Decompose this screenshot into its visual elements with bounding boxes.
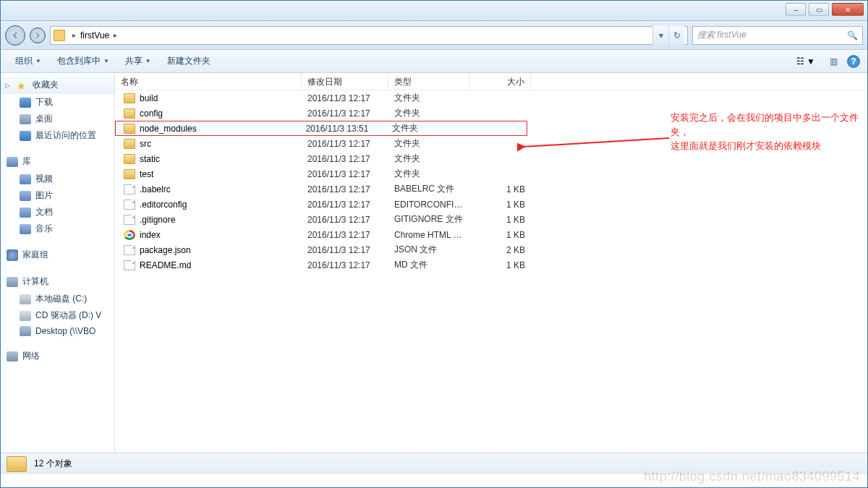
sidebar-item-desktop[interactable]: 桌面 <box>1 111 114 127</box>
file-date: 2016/11/3 12:17 <box>302 230 388 240</box>
sidebar-item-disk-c[interactable]: 本地磁盘 (C:) <box>1 291 114 307</box>
file-type: MD 文件 <box>388 259 469 271</box>
sidebar-item-network-drive[interactable]: Desktop (\\VBO <box>1 324 114 338</box>
file-date: 2016/11/3 12:17 <box>302 139 388 149</box>
file-size: 1 KB <box>469 230 531 240</box>
close-button[interactable]: ✕ <box>832 3 864 16</box>
sidebar-item-videos[interactable]: 视频 <box>1 171 114 187</box>
file-row[interactable]: README.md2016/11/3 12:17MD 文件1 KB <box>115 257 867 273</box>
sidebar-item-cd-drive[interactable]: CD 驱动器 (D:) V <box>1 307 114 324</box>
folder-icon <box>54 30 65 41</box>
folder-icon <box>7 456 27 472</box>
file-row[interactable]: config2016/11/3 12:17文件夹 <box>115 106 867 121</box>
file-row[interactable]: build2016/11/3 12:17文件夹 <box>115 90 867 106</box>
netdrive-icon <box>20 326 31 336</box>
status-count: 12 个对象 <box>34 458 72 470</box>
star-icon: ★ <box>17 80 28 90</box>
sidebar-favorites-header[interactable]: ▷★收藏夹 <box>1 76 114 94</box>
file-date: 2016/11/3 12:17 <box>302 108 388 119</box>
file-type: EDITORCONFIG ... <box>388 200 469 210</box>
address-dropdown-button[interactable]: ▾ <box>652 26 668 45</box>
help-button[interactable]: ? <box>847 55 860 68</box>
sidebar-homegroup-header[interactable]: 家庭组 <box>1 246 114 264</box>
network-icon <box>7 351 18 361</box>
library-icon <box>7 157 18 167</box>
refresh-button[interactable]: ↻ <box>668 26 684 45</box>
homegroup-icon <box>7 249 18 261</box>
arrow-right-icon <box>34 32 41 39</box>
sidebar-library-header[interactable]: 库 <box>1 153 114 171</box>
organize-button[interactable]: 组织 ▼ <box>8 52 48 70</box>
file-type: 文件夹 <box>388 153 469 165</box>
sidebar-computer-header[interactable]: 计算机 <box>1 273 114 291</box>
main-split: ▷★收藏夹 下载 桌面 最近访问的位置 库 视频 图片 文档 音乐 家庭组 计算… <box>1 73 867 453</box>
file-size: 1 KB <box>469 200 531 210</box>
col-name[interactable]: 名称 <box>115 73 302 90</box>
file-row[interactable]: .editorconfig2016/11/3 12:17EDITORCONFIG… <box>115 197 867 212</box>
breadcrumb-folder[interactable]: firstVue <box>80 30 109 40</box>
watermark: http://blog.csdn.net/mao834099514 <box>644 469 860 484</box>
file-type: 文件夹 <box>388 168 469 180</box>
computer-icon <box>7 277 18 287</box>
file-date: 2016/11/3 12:17 <box>302 184 388 194</box>
search-icon: 🔍 <box>847 30 858 40</box>
titlebar: – ▭ ✕ <box>1 1 867 21</box>
cd-icon <box>20 311 31 321</box>
col-size[interactable]: 大小 <box>469 73 531 90</box>
breadcrumb[interactable]: ▸ firstVue ▸ ▾ ↻ <box>50 26 688 45</box>
file-name: test <box>140 169 153 179</box>
file-row[interactable]: src2016/11/3 12:17文件夹 <box>115 136 867 151</box>
maximize-button[interactable]: ▭ <box>809 3 829 16</box>
share-button[interactable]: 共享 ▼ <box>118 52 158 70</box>
sidebar-item-downloads[interactable]: 下载 <box>1 94 114 111</box>
recent-icon <box>20 131 31 141</box>
file-row[interactable]: static2016/11/3 12:17文件夹 <box>115 151 867 166</box>
file-row[interactable]: .babelrc2016/11/3 12:17BABELRC 文件1 KB <box>115 181 867 197</box>
file-date: 2016/11/3 12:17 <box>302 93 388 103</box>
chrome-icon <box>124 230 135 240</box>
view-options-button[interactable]: ☷▼ <box>792 53 820 69</box>
pictures-icon <box>20 191 31 201</box>
file-size: 2 KB <box>469 245 531 255</box>
view-icon: ☷ <box>796 56 804 67</box>
file-icon <box>124 184 135 194</box>
file-icon <box>124 260 135 270</box>
file-row[interactable]: node_modules2016/11/3 13:51文件夹 <box>115 121 527 136</box>
sidebar-network-header[interactable]: 网络 <box>1 347 114 365</box>
file-icon <box>124 215 135 225</box>
minimize-button[interactable]: – <box>786 3 806 16</box>
include-library-button[interactable]: 包含到库中 ▼ <box>50 52 116 70</box>
breadcrumb-sep-icon: ▸ <box>72 31 76 39</box>
sidebar-item-recent[interactable]: 最近访问的位置 <box>1 127 114 144</box>
sidebar-item-pictures[interactable]: 图片 <box>1 187 114 204</box>
file-row[interactable]: test2016/11/3 12:17文件夹 <box>115 166 867 181</box>
file-type: 文件夹 <box>388 92 469 104</box>
panel-icon: ▥ <box>830 56 838 67</box>
file-date: 2016/11/3 12:17 <box>302 169 388 179</box>
file-row[interactable]: .gitignore2016/11/3 12:17GITIGNORE 文件1 K… <box>115 212 867 227</box>
folder-icon <box>124 124 135 134</box>
arrow-left-icon <box>11 31 20 40</box>
file-name: static <box>140 154 160 164</box>
folder-icon <box>124 169 135 179</box>
file-icon <box>124 200 135 210</box>
sidebar-item-music[interactable]: 音乐 <box>1 221 114 237</box>
file-name: README.md <box>140 260 191 270</box>
back-button[interactable] <box>5 25 25 46</box>
col-date[interactable]: 修改日期 <box>302 73 388 90</box>
preview-pane-button[interactable]: ▥ <box>825 53 841 69</box>
folder-icon <box>124 139 135 149</box>
folder-icon <box>124 154 135 164</box>
search-placeholder: 搜索 firstVue <box>697 29 746 41</box>
forward-button[interactable] <box>30 27 46 43</box>
file-list-pane: 名称 修改日期 类型 大小 build2016/11/3 12:17文件夹con… <box>115 73 867 453</box>
new-folder-button[interactable]: 新建文件夹 <box>160 52 218 70</box>
file-name: src <box>140 139 151 149</box>
search-input[interactable]: 搜索 firstVue 🔍 <box>692 26 863 45</box>
col-type[interactable]: 类型 <box>388 73 469 90</box>
file-row[interactable]: index2016/11/3 12:17Chrome HTML D...1 KB <box>115 227 867 242</box>
file-type: GITIGNORE 文件 <box>388 213 469 226</box>
sidebar-item-documents[interactable]: 文档 <box>1 204 114 221</box>
file-row[interactable]: package.json2016/11/3 12:17JSON 文件2 KB <box>115 242 867 257</box>
folder-icon <box>124 108 135 119</box>
